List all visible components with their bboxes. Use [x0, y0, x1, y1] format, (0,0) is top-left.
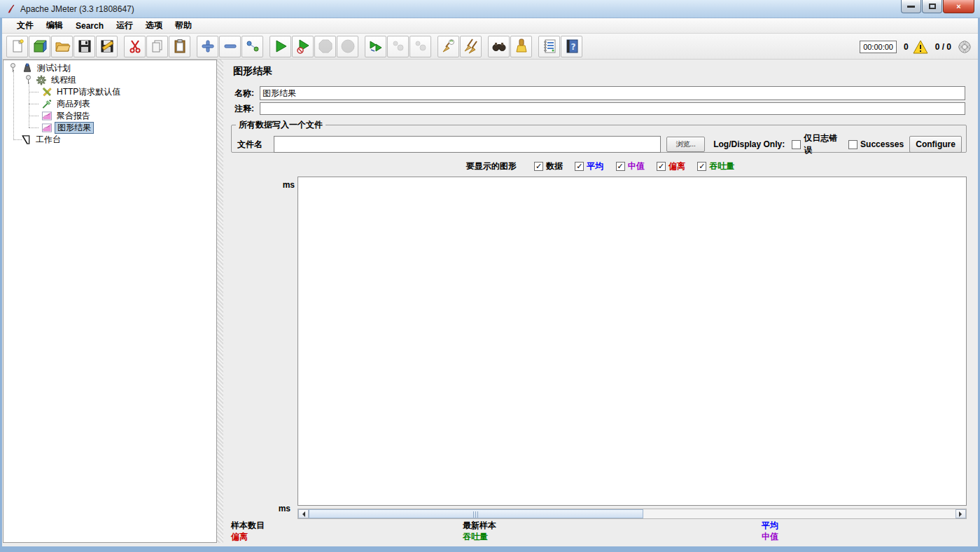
- y-axis-unit-top: ms: [265, 180, 295, 190]
- toggle-icon: [244, 38, 261, 55]
- templates-icon: [31, 38, 48, 55]
- body-area: 测试计划 线程组 HTTP请求默认值 商品列表 聚合报告 图形结果: [2, 60, 978, 546]
- minus-icon: [222, 38, 239, 55]
- legend-throughput: 吞吐量: [463, 531, 488, 543]
- tree-item-aggregate-report[interactable]: 聚合报告: [41, 110, 92, 122]
- graph-option-average[interactable]: ✓平均: [575, 160, 603, 172]
- save-button[interactable]: [74, 36, 95, 57]
- tree-item-test-plan[interactable]: 测试计划: [22, 62, 73, 74]
- tree-item-label: 工作台: [34, 134, 63, 145]
- tree-item-label: 商品列表: [55, 99, 92, 109]
- expand-handle-test-plan[interactable]: [10, 63, 15, 68]
- arrow-left-icon: [300, 511, 305, 517]
- graph-option-data[interactable]: ✓数据: [534, 160, 563, 172]
- comments-input[interactable]: [260, 102, 965, 115]
- filename-label: 文件名: [237, 139, 262, 151]
- report-chart-icon: [41, 123, 52, 133]
- clear-button[interactable]: [438, 36, 459, 57]
- paste-button[interactable]: [169, 36, 190, 57]
- tree-item-http-defaults[interactable]: HTTP请求默认值: [41, 86, 122, 98]
- add-button[interactable]: [197, 36, 218, 57]
- menu-search[interactable]: Search: [69, 20, 110, 32]
- log-display-only-label: Log/Display Only:: [713, 139, 785, 149]
- warning-triangle-icon: [913, 40, 928, 54]
- remove-button[interactable]: [219, 36, 241, 57]
- workbench-icon: [20, 134, 31, 145]
- graph-option-label: 吞吐量: [709, 160, 734, 172]
- legend-median: 中值: [762, 531, 778, 543]
- tree-connector: [29, 116, 38, 116]
- config-tools-icon: [41, 87, 52, 97]
- tree-item-graph-results[interactable]: 图形结果: [41, 122, 94, 134]
- remote-start-all-button[interactable]: [365, 36, 386, 57]
- toggle-button[interactable]: [241, 36, 263, 57]
- checkbox-checked-icon: ✓: [657, 162, 666, 171]
- title-bar: Apache JMeter (3.3 r1808647) ×: [0, 0, 980, 18]
- successes-label: Successes: [860, 139, 904, 149]
- menu-options[interactable]: 选项: [139, 18, 169, 33]
- thread-group-gear-icon: [36, 75, 47, 85]
- menu-bar: 文件 编辑 Search 运行 选项 帮助: [2, 18, 978, 34]
- tree-item-thread-group[interactable]: 线程组: [36, 74, 78, 86]
- clear-all-button[interactable]: [460, 36, 482, 57]
- graph-option-deviation[interactable]: ✓偏离: [657, 160, 685, 172]
- start-button[interactable]: [270, 36, 291, 57]
- remote-shutdown-all-button[interactable]: [410, 36, 431, 57]
- binoculars-icon: [491, 38, 507, 55]
- maximize-button[interactable]: [922, 0, 942, 13]
- name-label: 名称:: [234, 88, 254, 99]
- cut-button[interactable]: [124, 36, 146, 57]
- checkbox-checked-icon: ✓: [616, 162, 625, 171]
- shutdown-button[interactable]: [337, 36, 358, 57]
- report-chart-icon: [41, 111, 52, 121]
- legend-sample-count: 样本数目: [231, 520, 265, 532]
- menu-run[interactable]: 运行: [110, 18, 139, 33]
- configure-button[interactable]: Configure: [909, 136, 962, 153]
- errors-only-label: 仅日志错误: [804, 132, 843, 156]
- successes-checkbox[interactable]: Successes: [848, 139, 904, 149]
- svg-text:?: ?: [570, 42, 575, 52]
- graph-option-median[interactable]: ✓中值: [616, 160, 645, 172]
- write-results-group: 所有数据写入一个文件 文件名 浏览... Log/Display Only: 仅…: [231, 119, 967, 153]
- templates-button[interactable]: [29, 36, 50, 57]
- tree-item-label: 聚合报告: [55, 111, 92, 121]
- start-no-timers-button[interactable]: [292, 36, 314, 57]
- errors-only-checkbox[interactable]: 仅日志错误: [792, 132, 843, 156]
- error-indicator[interactable]: 0: [904, 40, 928, 54]
- clear-all-brooms-icon: [463, 38, 479, 55]
- toolbar-status-cluster: 00:00:00 0 0 / 0: [860, 34, 971, 60]
- scroll-right-button[interactable]: [955, 509, 966, 518]
- copy-button[interactable]: [146, 36, 168, 57]
- stop-button[interactable]: [314, 36, 336, 57]
- tree-splitter[interactable]: [217, 60, 223, 543]
- menu-help[interactable]: 帮助: [169, 18, 198, 33]
- close-button[interactable]: ×: [943, 0, 974, 13]
- graph-horizontal-scrollbar[interactable]: [298, 509, 967, 519]
- help-button[interactable]: ?: [561, 36, 582, 57]
- open-button[interactable]: [51, 36, 73, 57]
- graphs-to-display-label: 要显示的图形: [466, 161, 517, 171]
- tree-item-http-sampler[interactable]: 商品列表: [41, 98, 92, 110]
- start-icon: [272, 38, 289, 55]
- tree-connector: [13, 70, 14, 140]
- tree-item-label: 测试计划: [35, 63, 73, 74]
- new-button[interactable]: [6, 36, 28, 57]
- tree-item-workbench[interactable]: 工作台: [20, 134, 63, 146]
- menu-edit[interactable]: 编辑: [40, 18, 69, 33]
- test-plan-icon: [22, 63, 33, 74]
- filename-input[interactable]: [274, 136, 661, 153]
- browse-button[interactable]: 浏览...: [666, 137, 705, 152]
- minimize-button[interactable]: [901, 0, 921, 13]
- tree-connector: [29, 82, 29, 127]
- expand-handle-thread-group[interactable]: [26, 75, 31, 80]
- save-as-button[interactable]: [96, 36, 118, 57]
- graph-option-throughput[interactable]: ✓吞吐量: [697, 160, 734, 172]
- scrollbar-thumb[interactable]: [309, 509, 643, 518]
- search-reset-button[interactable]: [510, 36, 532, 57]
- function-helper-button[interactable]: [538, 36, 560, 57]
- scroll-left-button[interactable]: [298, 509, 309, 518]
- search-button[interactable]: [488, 36, 510, 57]
- remote-stop-all-button[interactable]: [387, 36, 409, 57]
- menu-file[interactable]: 文件: [10, 18, 40, 33]
- name-input[interactable]: [260, 86, 965, 100]
